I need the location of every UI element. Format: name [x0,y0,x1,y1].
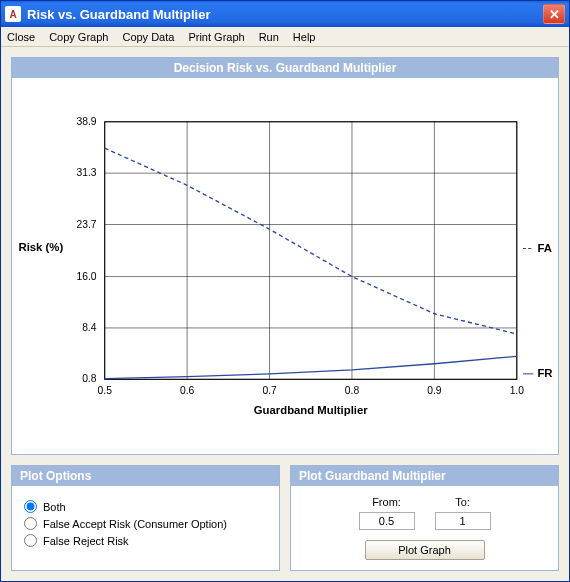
chart-body: 0.50.60.70.80.91.00.88.416.023.731.338.9… [12,78,558,454]
svg-text:0.5: 0.5 [98,385,113,396]
menu-close[interactable]: Close [7,31,35,43]
svg-text:Guardband Multiplier: Guardband Multiplier [254,404,369,416]
svg-text:31.3: 31.3 [76,167,96,178]
chart-title: Decision Risk vs. Guardband Multiplier [12,58,558,78]
to-label: To: [455,496,470,508]
plot-options-panel: Plot Options Both False Accept Risk (Con… [11,465,280,571]
plot-range-body: From: To: Plot Graph [291,486,558,570]
app-icon: A [5,6,21,22]
from-col: From: [359,496,415,530]
radio-both-label: Both [43,501,66,513]
svg-text:1.0: 1.0 [510,385,525,396]
plot-options-body: Both False Accept Risk (Consumer Option)… [12,486,279,561]
menu-copy-data[interactable]: Copy Data [122,31,174,43]
svg-text:0.8: 0.8 [345,385,360,396]
radio-fa-label: False Accept Risk (Consumer Option) [43,518,227,530]
radio-both-row[interactable]: Both [24,500,267,513]
titlebar: A Risk vs. Guardband Multiplier ✕ [1,1,569,27]
radio-fa-row[interactable]: False Accept Risk (Consumer Option) [24,517,267,530]
window: A Risk vs. Guardband Multiplier ✕ Close … [0,0,570,582]
radio-fr[interactable] [24,534,37,547]
chart-panel: Decision Risk vs. Guardband Multiplier 0… [11,57,559,455]
svg-text:FR: FR [537,367,552,379]
close-icon[interactable]: ✕ [543,4,565,24]
radio-fr-label: False Reject Risk [43,535,129,547]
to-input[interactable] [435,512,491,530]
from-label: From: [372,496,401,508]
svg-text:8.4: 8.4 [82,322,97,333]
radio-fr-row[interactable]: False Reject Risk [24,534,267,547]
radio-both[interactable] [24,500,37,513]
svg-text:0.6: 0.6 [180,385,195,396]
svg-text:23.7: 23.7 [76,219,96,230]
radio-fa[interactable] [24,517,37,530]
plot-options-title: Plot Options [12,466,279,486]
from-input[interactable] [359,512,415,530]
menu-run[interactable]: Run [259,31,279,43]
svg-rect-24 [105,122,517,380]
menu-print-graph[interactable]: Print Graph [188,31,244,43]
svg-text:FA: FA [537,242,551,254]
to-col: To: [435,496,491,530]
svg-text:0.8: 0.8 [82,373,97,384]
chart-svg: 0.50.60.70.80.91.00.88.416.023.731.338.9… [12,78,558,454]
svg-text:0.7: 0.7 [262,385,277,396]
content-area: Decision Risk vs. Guardband Multiplier 0… [1,47,569,581]
svg-text:16.0: 16.0 [76,271,96,282]
bottom-row: Plot Options Both False Accept Risk (Con… [11,465,559,571]
range-form-row: From: To: [303,496,546,530]
plot-range-panel: Plot Guardband Multiplier From: To: Plot… [290,465,559,571]
svg-text:0.9: 0.9 [427,385,442,396]
plot-graph-button[interactable]: Plot Graph [365,540,485,560]
svg-text:Risk (%): Risk (%) [18,241,63,253]
menu-help[interactable]: Help [293,31,316,43]
menubar: Close Copy Graph Copy Data Print Graph R… [1,27,569,47]
menu-copy-graph[interactable]: Copy Graph [49,31,108,43]
svg-text:38.9: 38.9 [76,116,96,127]
window-title: Risk vs. Guardband Multiplier [27,7,543,22]
plot-range-title: Plot Guardband Multiplier [291,466,558,486]
